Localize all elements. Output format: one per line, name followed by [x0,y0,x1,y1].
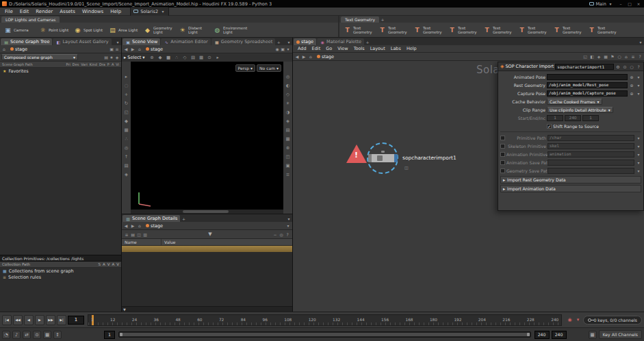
scene-graph-tree-body[interactable]: ★ Favorites [0,68,121,255]
shift-range-checkbox[interactable]: ✓ [547,124,552,129]
lasso-tool-icon[interactable]: ◌ [123,81,130,89]
keyframe-grid-icon[interactable]: ▦ [589,331,597,339]
scale-tool-icon[interactable]: ◱ [123,108,130,116]
menu-file[interactable]: File [1,9,16,14]
tab-stage-network[interactable]: stage [294,38,316,45]
materials-icon[interactable]: ◈ [284,117,292,125]
key-options-icon[interactable]: ▾ [574,316,582,324]
projection-selector[interactable]: Persp ▾ [235,64,256,72]
net-menu-edit[interactable]: Edit [309,46,324,51]
filter-icon[interactable]: ◈ [114,54,120,61]
geometry-tool-icon[interactable]: ▤ [123,162,130,169]
resize-playbar-icon[interactable]: ↕ [53,331,62,339]
shelf-tab-lop-lights-cameras[interactable]: LOP Lights and Cameras [1,16,60,23]
wireframe-icon[interactable]: ◇ [284,90,292,98]
shelf-tool-camera[interactable]: ▣ Camera [2,23,36,37]
camera-selector[interactable]: No cam ▾ [257,64,281,72]
back-icon[interactable]: ◀ [123,223,129,229]
net-grid-icon[interactable]: ▦ [603,53,608,60]
wrap-view-icon[interactable]: ▥ [142,231,148,238]
home-icon[interactable]: ⌂ [137,46,142,53]
grid-display-icon[interactable]: ▦ [284,135,292,142]
op-menu-icon[interactable]: ▾ [636,81,641,88]
forward-icon[interactable]: ▶ [130,46,136,53]
pane-menu-icon[interactable]: ▾ [286,215,292,222]
tree-view-selector[interactable]: Composed scene graph ▾ [1,54,78,60]
home-icon[interactable]: ⌂ [1,46,7,53]
name-column-header[interactable]: Name [122,239,162,245]
menu-edit[interactable]: Edit [16,9,33,14]
background-icon[interactable]: ▤ [284,126,292,134]
auto-key-icon[interactable]: ◉ [565,316,574,324]
home-icon[interactable]: ⌂ [308,53,313,60]
viewport-scrollbar[interactable] [131,210,283,214]
points-select-icon[interactable]: ∴ [173,54,181,62]
op-menu-icon[interactable]: ▾ [636,90,641,97]
shelf-tool-text-geometry[interactable]: T Text Geometry [586,23,619,37]
pin-icon[interactable]: ⊙ [622,63,628,70]
net-color-palette-icon[interactable]: ◧ [589,53,595,60]
shelf-tool-text-geometry[interactable]: T Text Geometry [376,23,410,37]
audio-toggle-icon[interactable]: ♪ [12,331,21,339]
add-tab-icon[interactable]: + [365,38,370,45]
menu-windows[interactable]: Windows [79,9,107,14]
snap-grid-icon[interactable]: ▦ [123,126,130,134]
scrollbar-thumb[interactable] [183,210,229,213]
node-bypass-flag[interactable] [368,154,372,162]
pane-list-icon[interactable]: ≡ [114,46,120,53]
rotate-tool-icon[interactable]: ↻ [123,99,130,107]
node-label[interactable]: sopcharacterimport1 [402,155,456,161]
parm-field[interactable] [548,160,634,166]
net-menu-labs[interactable]: Labs [388,46,404,51]
net-layout-icon[interactable]: ≡ [630,53,636,60]
walk-tool-icon[interactable]: ↑ [123,153,130,160]
section-import-animation-data[interactable]: ▸ Import Animation Data [500,185,641,192]
collapse-icon[interactable]: − [272,231,278,238]
add-tab-icon[interactable]: + [181,215,186,222]
back-icon[interactable]: ◀ [123,46,129,53]
close-button[interactable]: × [635,1,642,6]
select-mode-icon[interactable]: ▸ [214,54,222,62]
jump-end-button[interactable]: ▶| [57,315,66,325]
end-field[interactable]: 240 [565,115,581,121]
op-menu-icon[interactable]: ▾ [636,151,641,157]
global-end-frame-field[interactable]: 240 [552,331,567,339]
stage-path[interactable]: stage [8,47,29,52]
rest-geometry-field[interactable]: /obj/anim_model/Rest_pose [547,82,628,88]
help-icon[interactable]: ? [285,231,290,238]
shadows-icon[interactable]: ◑ [284,108,292,116]
key-status-pill[interactable]: 0 keys, 0/0 channels [583,316,642,325]
tab-layout-asset-gallery[interactable]: ◧ Layout Asset Gallery [53,38,111,45]
tab-scene-view[interactable]: ▣ Scene View [123,38,160,45]
parm-field[interactable]: animation [548,151,634,157]
snap-icon[interactable]: ▦ [198,54,205,62]
menu-help[interactable]: Help [107,9,125,14]
flipbook-icon[interactable]: ▣ [280,46,285,53]
pane-menu-icon[interactable]: ▾ [115,38,120,45]
tab-material-palette[interactable]: ◉ Material Palette [317,38,364,45]
node-sopcharacterimport1[interactable] [368,154,398,162]
details-body[interactable] [122,252,292,306]
settings-icon[interactable]: ◎ [279,231,284,238]
global-range-start-field[interactable]: 1 [104,331,115,339]
shelf-tool-text-geometry[interactable]: T Text Geometry [342,23,375,37]
objects-select-icon[interactable]: ■ [165,54,172,62]
menu-render[interactable]: Render [32,9,56,14]
parm-field[interactable]: skel [548,143,634,149]
op-menu-icon[interactable]: ▾ [636,159,641,166]
cache-behavior-dropdown[interactable]: Cache Cooked Frames ▾ [547,99,602,105]
net-menu-tools[interactable]: Tools [351,46,368,51]
op-chooser-icon[interactable]: ⊕ [629,81,634,88]
edges-select-icon[interactable]: ◇ [181,54,189,62]
tab-animation-editor[interactable]: ∿ Animation Editor [161,38,210,45]
range-end-handle[interactable] [527,333,530,336]
filter-funnel-icon[interactable]: ▼ [123,307,126,312]
animated-pose-field[interactable] [547,74,628,80]
selection-rules-row[interactable]: ≡ Selection rules [0,274,121,280]
key-tool-icon[interactable]: ◈ [123,170,130,178]
parm-enable-checkbox[interactable] [500,136,505,140]
select-tool-icon[interactable]: ▸ [123,73,130,80]
net-find-icon[interactable]: ○ [617,53,622,60]
minimize-button[interactable]: – [617,1,624,6]
columns-view-icon[interactable]: ◫ [136,231,142,238]
